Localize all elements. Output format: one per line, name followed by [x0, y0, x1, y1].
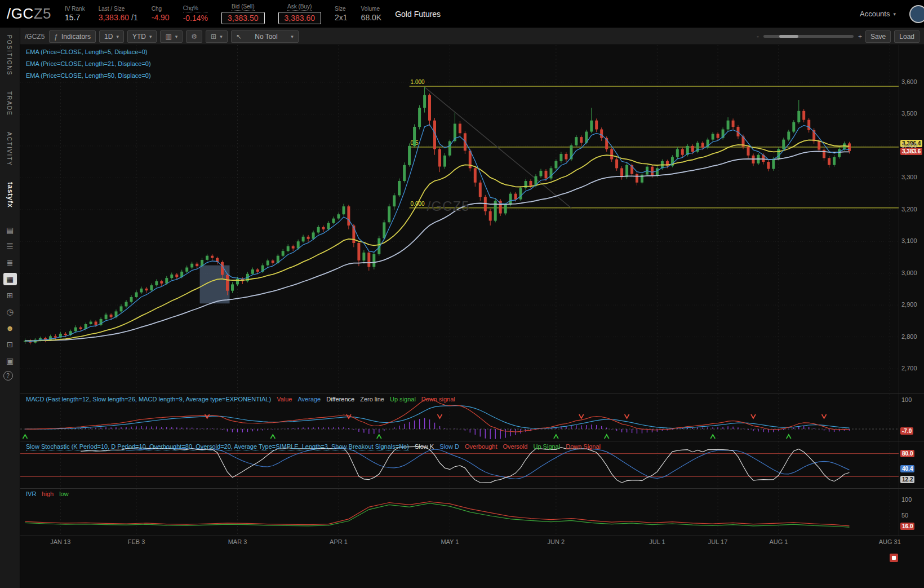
layout-grid-dropdown[interactable]: ⊞ ▾ [206, 30, 228, 43]
timeframe-dropdown[interactable]: 1D ▾ [99, 30, 124, 43]
ivr-axis-50: 50 [901, 512, 908, 519]
macd-down-signal-label: Down signal [421, 396, 455, 403]
sidebar-icons: ▤☰≣▦⊞◷☻⊡▣? [3, 224, 17, 384]
price-chart-canvas[interactable]: 1.0000.50.000 [20, 45, 899, 394]
price-axis-label: 3,200 [901, 206, 917, 213]
bid-label: Bid (Sell) [232, 3, 255, 11]
price-panel: EMA (Price=CLOSE, Length=5, Displace=0)E… [20, 45, 924, 394]
time-axis-label: FEB 3 [128, 538, 145, 545]
load-button[interactable]: Load [894, 30, 919, 43]
sidebar-tab-tastyfx[interactable]: tastyfx [6, 182, 14, 208]
zoom-in-button[interactable]: + [858, 33, 862, 41]
stochastic-title[interactable]: Slow Stochastic (K Period=10, D Period=1… [26, 443, 409, 450]
oversold-label: Oversold [503, 443, 527, 450]
help-icon[interactable]: ? [3, 371, 13, 381]
price-axis-label: 2,900 [901, 301, 917, 308]
archive-icon[interactable]: ⊡ [3, 338, 17, 351]
notification-icon[interactable] [890, 554, 898, 562]
macd-title[interactable]: MACD (Fast length=12, Slow length=26, MA… [26, 396, 271, 403]
chart-toolbar: /GCZ5 ƒ Indicators 1D ▾ YTD ▾ ▥ ▾ [20, 28, 924, 45]
slow-k-label: Slow K [415, 443, 434, 450]
watchlist-icon[interactable]: ☰ [3, 240, 17, 253]
save-button[interactable]: Save [865, 30, 891, 43]
chart-module: /GCZ5 ƒ Indicators 1D ▾ YTD ▾ ▥ ▾ [20, 28, 924, 588]
time-axis-label: MAR 3 [228, 538, 247, 545]
chart-region: EMA (Price=CLOSE, Length=5, Displace=0)E… [20, 45, 924, 588]
symbol-suffix: Z5 [34, 5, 51, 22]
price-axis-label: 3,000 [901, 269, 917, 276]
chg-pct-value: -0.14% [183, 14, 208, 23]
symbol-root: /GC [7, 5, 34, 22]
ema-legend-line-1[interactable]: EMA (Price=CLOSE, Length=21, Displace=0) [26, 60, 151, 67]
size-value: 2x1 [335, 13, 348, 22]
macd-zero-label: Zero line [360, 396, 384, 403]
sidebar-tab-positions[interactable]: POSITIONS [6, 35, 12, 76]
sidebar-tab-trade[interactable]: TRADE [6, 91, 12, 116]
cursor-icon: ↖ [236, 33, 242, 41]
time-axis-label: JUN 2 [548, 538, 565, 545]
macd-panel: MACD (Fast length=12, Slow length=26, MA… [20, 394, 924, 441]
slow-k-badge: 12.2 [900, 476, 914, 483]
grid-layout-icon[interactable]: ⊞ [3, 289, 17, 302]
chart-settings-button[interactable]: ⚙ [186, 30, 202, 43]
price-axis[interactable]: 3,396.4 3,383.6 3,6003,5003,4003,3003,20… [899, 45, 924, 394]
price-axis-label: 2,700 [901, 365, 917, 372]
chg-label: Chg [152, 6, 170, 12]
chart-icon[interactable]: ▦ [3, 273, 17, 285]
ivr-value-badge: 16.0 [900, 523, 914, 530]
slow-d-label: Slow D [439, 443, 459, 450]
indicators-label: Indicators [61, 33, 91, 41]
volume-value: 68.0K [361, 13, 382, 22]
notes-icon[interactable]: ▣ [3, 355, 17, 367]
zoom-slider-handle[interactable] [779, 35, 798, 38]
accounts-dropdown[interactable]: Accounts ▾ [860, 10, 896, 18]
indicators-button[interactable]: ƒ Indicators [49, 30, 96, 43]
sidebar-tabs: POSITIONSTRADEACTIVITYtastyfx [6, 35, 14, 224]
macd-up-signal-label: Up signal [390, 396, 416, 403]
sidebar-tab-activity[interactable]: ACTIVITY [6, 132, 12, 166]
chg-pct-label: Chg% [183, 5, 208, 12]
size-label: Size [335, 6, 348, 12]
chart-type-dropdown[interactable]: ▥ ▾ [160, 30, 183, 43]
macd-axis[interactable]: 100 -7.0 [899, 394, 924, 441]
ask-label: Ask (Buy) [287, 3, 312, 11]
stoch-up-signal-label: Up Signal [533, 443, 560, 450]
zoom-out-button[interactable]: - [757, 33, 759, 41]
stochastic-axis[interactable]: 80.0 40.4 12.2 [899, 441, 924, 488]
last-size-label: Last / Size [99, 6, 138, 12]
ivr-axis-100: 100 [901, 496, 912, 503]
macd-average-label: Average [297, 396, 321, 403]
account-avatar[interactable] [909, 5, 924, 23]
social-icon[interactable]: ☻ [3, 322, 17, 334]
last-price-badge: 3,383.6 [900, 148, 922, 155]
chevron-down-icon: ▾ [893, 11, 896, 17]
chevron-down-icon: ▾ [291, 34, 294, 39]
accounts-label: Accounts [860, 10, 890, 18]
orders-icon[interactable]: ≣ [3, 257, 17, 269]
chevron-down-icon: ▾ [175, 34, 178, 39]
zoom-slider[interactable] [763, 35, 854, 38]
volume-field: Volume 68.0K [361, 6, 382, 22]
trading-platform-window: /GCZ5 IV Rank 15.7 Last / Size 3,383.60 … [0, 0, 924, 588]
ema-legend-line-2[interactable]: EMA (Price=CLOSE, Length=50, Displace=0) [26, 72, 151, 79]
drawing-tool-value: No Tool [255, 33, 277, 41]
macd-difference-label: Difference [326, 396, 354, 403]
chevron-down-icon: ▾ [116, 34, 119, 39]
stochastic-panel: Slow Stochastic (K Period=10, D Period=1… [20, 441, 924, 488]
time-axis-label: APR 1 [330, 538, 348, 545]
last-size-field: Last / Size 3,383.60 /1 [99, 6, 138, 22]
calendar-icon[interactable]: ▤ [3, 224, 17, 236]
overbought-badge: 80.0 [900, 450, 914, 457]
history-icon[interactable]: ◷ [3, 306, 17, 318]
bid-button[interactable]: 3,383.50 [221, 12, 265, 24]
ivr-axis[interactable]: 100 50 16.0 [899, 489, 924, 536]
ivr-title[interactable]: IVR [26, 490, 36, 497]
gear-icon: ⚙ [191, 33, 197, 41]
last-size-value: /1 [131, 13, 138, 22]
ema-legend-line-0[interactable]: EMA (Price=CLOSE, Length=5, Displace=0) [26, 48, 151, 55]
range-dropdown[interactable]: YTD ▾ [127, 30, 157, 43]
drawing-tool-dropdown[interactable]: ↖ No Tool ▾ [231, 30, 299, 43]
ivr-canvas[interactable] [20, 489, 899, 536]
time-axis[interactable]: JAN 13FEB 3MAR 3APR 1MAY 1JUN 2JUL 1JUL … [20, 536, 924, 548]
ask-button[interactable]: 3,383.60 [278, 12, 322, 24]
